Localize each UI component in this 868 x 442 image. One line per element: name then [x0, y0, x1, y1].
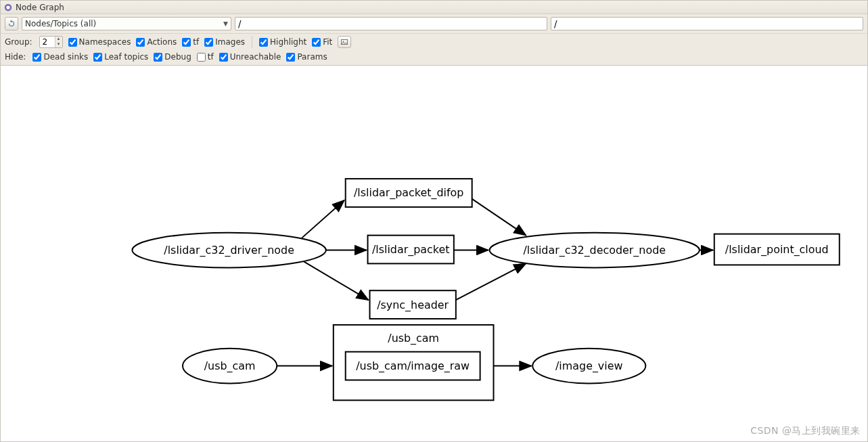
topic-packet-label: /lslidar_packet — [372, 243, 450, 257]
actions-checkbox[interactable]: Actions — [136, 37, 177, 47]
leaf-topics-checkbox[interactable]: Leaf topics — [93, 52, 148, 62]
chevron-down-icon: ▼ — [219, 20, 228, 27]
topic-point-cloud-label: /lslidar_point_cloud — [725, 243, 829, 257]
separator — [252, 36, 252, 48]
node-driver-label: /lslidar_c32_driver_node — [164, 244, 294, 257]
namespaces-checkbox[interactable]: Namespaces — [68, 37, 131, 47]
debug-checkbox[interactable]: Debug — [154, 52, 191, 62]
dead-sinks-checkbox[interactable]: Dead sinks — [32, 52, 88, 62]
hide-label: Hide: — [5, 52, 26, 62]
hide-tf-checkbox[interactable]: tf — [197, 52, 214, 62]
unreachable-checkbox[interactable]: Unreachable — [219, 52, 281, 62]
topic-packet-difop-label: /lslidar_packet_difop — [354, 186, 463, 200]
image-icon — [340, 38, 348, 46]
highlight-checkbox[interactable]: Highlight — [259, 37, 306, 47]
refresh-button[interactable] — [5, 17, 18, 30]
tf-checkbox[interactable]: tf — [182, 37, 199, 47]
graph-canvas[interactable]: /lslidar_c32_driver_node /lslidar_packet… — [1, 65, 867, 441]
images-checkbox[interactable]: Images — [204, 37, 245, 47]
node-usb-cam-label: /usb_cam — [204, 359, 256, 373]
filter-input-1[interactable] — [235, 17, 547, 30]
refresh-icon — [7, 20, 16, 28]
group-spinbox[interactable]: ▴ ▾ — [39, 36, 63, 48]
combo-value: Nodes/Topics (all) — [25, 19, 96, 28]
options-row: Group: ▴ ▾ Namespaces Actions tf Images … — [1, 34, 867, 50]
title-bar: Node Graph — [1, 1, 867, 14]
svg-point-1 — [6, 5, 9, 9]
topic-image-raw-label: /usb_cam/image_raw — [356, 359, 470, 373]
topic-sync-header-label: /sync_header — [377, 299, 449, 312]
spin-down-icon[interactable]: ▾ — [55, 42, 62, 47]
toolbar: Nodes/Topics (all) ▼ — [1, 14, 867, 34]
graph-type-combo[interactable]: Nodes/Topics (all) ▼ — [22, 17, 231, 30]
group-label: Group: — [5, 37, 32, 47]
filter-input-2[interactable] — [551, 17, 863, 30]
fit-checkbox[interactable]: Fit — [312, 37, 332, 47]
namespace-usb-cam-label: /usb_cam — [388, 332, 439, 345]
group-value-input[interactable] — [40, 37, 55, 47]
node-image-view-label: /image_view — [555, 359, 622, 373]
node-decoder-label: /lslidar_c32_decoder_node — [523, 244, 666, 257]
hide-row: Hide: Dead sinks Leaf topics Debug tf Un… — [1, 50, 867, 64]
params-checkbox[interactable]: Params — [286, 52, 327, 62]
app-icon — [3, 3, 13, 12]
window-title: Node Graph — [16, 1, 64, 14]
save-image-button[interactable] — [338, 36, 351, 48]
